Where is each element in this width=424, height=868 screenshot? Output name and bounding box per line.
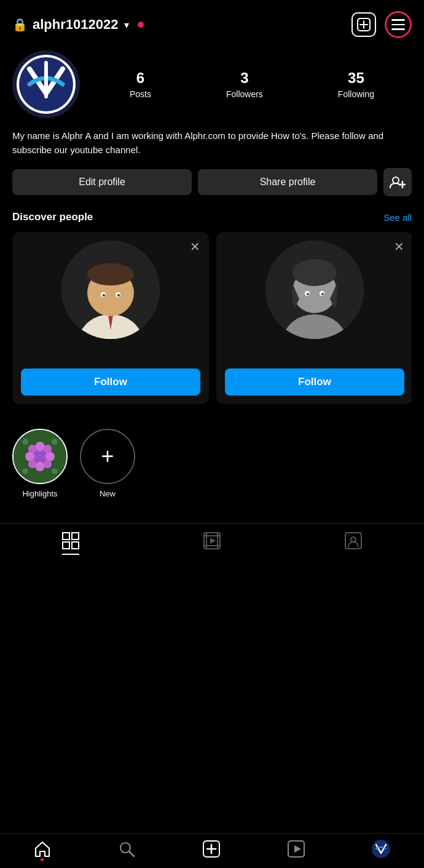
svg-rect-44 — [63, 542, 69, 549]
highlight-label-1: Highlights — [22, 489, 57, 498]
svg-point-14 — [87, 263, 134, 285]
tab-profile-avatar — [372, 840, 390, 858]
tab-search[interactable] — [118, 840, 135, 858]
svg-marker-51 — [210, 538, 216, 544]
svg-point-38 — [22, 439, 28, 445]
svg-rect-43 — [72, 533, 79, 540]
svg-point-23 — [292, 259, 337, 286]
discover-card-2: ✕ Follow — [216, 232, 412, 404]
svg-point-36 — [28, 460, 36, 468]
highlight-item-1[interactable]: Highlights — [12, 429, 68, 498]
highlight-label-new: New — [100, 489, 116, 498]
discover-cards: ✕ — [12, 232, 412, 404]
svg-rect-50 — [204, 545, 220, 546]
add-friend-button[interactable] — [383, 168, 412, 196]
svg-rect-45 — [72, 542, 79, 549]
dropdown-icon[interactable]: ▾ — [124, 19, 129, 31]
followers-label: Followers — [226, 89, 263, 99]
highlight-ring-1 — [12, 429, 68, 484]
bottom-spacer — [0, 563, 424, 625]
svg-rect-52 — [345, 533, 361, 549]
action-buttons: Edit profile Share profile — [12, 168, 412, 196]
svg-rect-48 — [217, 533, 218, 549]
profile-section: 6 Posts 3 Followers 35 Following My name… — [0, 44, 424, 196]
svg-point-27 — [321, 293, 324, 295]
hamburger-menu-button[interactable] — [385, 11, 412, 38]
lock-icon: 🔒 — [12, 17, 28, 32]
profile-top: 6 Posts 3 Followers 35 Following — [12, 50, 412, 118]
stats-row: 6 Posts 3 Followers 35 Following — [92, 70, 412, 99]
top-bar: 🔒 alphr1012022 ▾ — [0, 0, 424, 44]
bottom-nav — [0, 833, 424, 868]
card-close-1[interactable]: ✕ — [190, 239, 200, 254]
add-post-button[interactable] — [351, 12, 376, 37]
svg-rect-49 — [204, 535, 220, 536]
following-stat[interactable]: 35 Following — [338, 70, 374, 99]
grid-tab[interactable] — [62, 532, 79, 555]
following-count: 35 — [348, 70, 364, 87]
svg-point-26 — [307, 293, 309, 295]
highlight-new[interactable]: + New — [80, 429, 135, 498]
tab-create[interactable] — [203, 840, 220, 858]
svg-point-53 — [351, 537, 356, 542]
svg-point-40 — [22, 468, 28, 474]
svg-point-37 — [44, 460, 52, 468]
hamburger-icon — [391, 19, 405, 30]
followers-count: 3 — [240, 70, 248, 87]
bio-text: My name is Alphr A and I am working with… — [12, 129, 412, 157]
tab-reels[interactable] — [288, 840, 305, 858]
top-bar-right — [351, 11, 412, 38]
svg-point-30 — [35, 442, 44, 451]
discover-title: Discover people — [12, 211, 93, 223]
svg-marker-60 — [294, 845, 301, 853]
highlights-section: Highlights + New — [0, 416, 424, 504]
svg-point-41 — [52, 468, 58, 474]
see-all-link[interactable]: See all — [383, 212, 412, 223]
svg-rect-47 — [206, 533, 207, 549]
posts-stat[interactable]: 6 Posts — [130, 70, 151, 99]
reels-tab[interactable] — [203, 532, 221, 555]
svg-point-34 — [28, 445, 36, 453]
card-avatar-1 — [61, 241, 160, 339]
discover-card-1: ✕ — [12, 232, 209, 404]
share-profile-button[interactable]: Share profile — [198, 169, 377, 195]
home-active-dot — [41, 858, 44, 861]
svg-point-33 — [45, 452, 55, 461]
svg-point-39 — [52, 439, 58, 445]
highlight-image-1 — [14, 430, 66, 483]
svg-point-17 — [103, 294, 105, 297]
followers-stat[interactable]: 3 Followers — [226, 70, 263, 99]
new-highlight-circle[interactable]: + — [80, 429, 135, 484]
notification-dot — [138, 22, 144, 28]
tab-profile[interactable] — [372, 840, 390, 858]
svg-point-32 — [25, 452, 34, 461]
post-type-tab-bar — [0, 523, 424, 563]
avatar-svg — [12, 50, 80, 118]
svg-point-35 — [44, 445, 52, 453]
svg-point-7 — [393, 177, 399, 183]
tab-home[interactable] — [34, 840, 51, 858]
plus-icon: + — [101, 445, 114, 468]
profile-avatar[interactable] — [12, 50, 80, 118]
username-label[interactable]: alphr1012022 — [33, 17, 118, 33]
follow-button-1[interactable]: Follow — [21, 368, 200, 396]
posts-label: Posts — [130, 89, 151, 99]
svg-line-55 — [129, 851, 134, 856]
top-bar-left: 🔒 alphr1012022 ▾ — [12, 17, 144, 33]
following-label: Following — [338, 89, 374, 99]
tagged-tab[interactable] — [345, 532, 362, 555]
posts-count: 6 — [136, 70, 144, 87]
svg-point-31 — [35, 462, 44, 471]
discover-header: Discover people See all — [12, 211, 412, 223]
edit-profile-button[interactable]: Edit profile — [12, 169, 192, 195]
svg-rect-42 — [63, 533, 69, 540]
card-close-2[interactable]: ✕ — [394, 239, 404, 254]
svg-point-18 — [117, 294, 120, 297]
follow-button-2[interactable]: Follow — [225, 368, 404, 396]
card-avatar-2 — [265, 241, 364, 339]
discover-section: Discover people See all ✕ — [0, 211, 424, 404]
svg-point-61 — [372, 840, 390, 858]
